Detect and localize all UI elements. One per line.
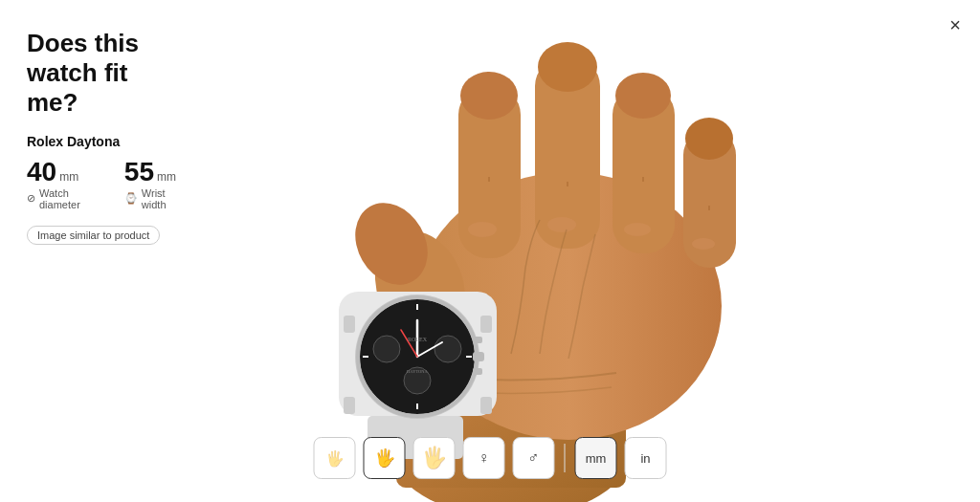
modal-title: Does this watch fit me? [27, 29, 184, 119]
svg-point-6 [460, 72, 518, 120]
svg-text:DAYTONA: DAYTONA [407, 369, 429, 374]
diameter-unit: mm [59, 170, 78, 184]
svg-point-8 [538, 42, 597, 92]
info-panel: Does this watch fit me? Rolex Daytona 40… [0, 0, 211, 264]
svg-rect-34 [473, 337, 482, 343]
svg-point-18 [547, 217, 576, 232]
svg-rect-35 [473, 368, 482, 375]
specs-row: 40 mm ⊘ Watch diameter 55 mm ⌚ Wrist wid… [27, 159, 184, 210]
svg-point-27 [373, 336, 400, 362]
diameter-spec: 40 mm ⊘ Watch diameter [27, 159, 101, 210]
svg-rect-37 [344, 397, 355, 414]
close-button[interactable]: × [949, 15, 961, 34]
large-wrist-button[interactable]: 🖐 [413, 437, 456, 479]
female-icon: ♀ [479, 449, 490, 467]
bottom-controls: 🖐 🖐 🖐 ♀ ♂ mm in [314, 437, 667, 479]
female-gender-button[interactable]: ♀ [463, 437, 505, 479]
large-hand-icon: 🖐 [421, 446, 447, 470]
svg-point-19 [624, 223, 651, 236]
small-wrist-button[interactable]: 🖐 [314, 437, 356, 479]
diameter-label: Watch diameter [39, 187, 101, 210]
svg-point-17 [468, 222, 497, 237]
wrist-spec: 55 mm ⌚ Wrist width [124, 159, 184, 210]
diameter-value: 40 [27, 159, 56, 186]
modal-container: × Does this watch fit me? Rolex Daytona … [0, 0, 980, 502]
svg-point-12 [685, 118, 733, 160]
medium-hand-icon: 🖐 [374, 447, 395, 469]
hand-illustration: ROLEX DAYTONA [186, 0, 980, 502]
wrist-label: Wrist width [142, 187, 184, 210]
svg-rect-39 [480, 397, 492, 414]
small-hand-icon: 🖐 [325, 449, 345, 468]
wrist-value: 55 [124, 159, 154, 186]
svg-rect-36 [344, 316, 355, 333]
mm-unit-button[interactable]: mm [575, 437, 617, 479]
image-badge: Image similar to product [27, 226, 160, 245]
watch-name: Rolex Daytona [27, 134, 184, 149]
svg-point-10 [615, 73, 671, 119]
male-gender-button[interactable]: ♂ [513, 437, 555, 479]
svg-text:ROLEX: ROLEX [408, 337, 428, 342]
unit-separator [565, 444, 566, 472]
mm-label: mm [586, 451, 607, 466]
svg-point-29 [434, 336, 461, 362]
svg-rect-33 [473, 352, 484, 361]
medium-wrist-button[interactable]: 🖐 [364, 437, 406, 479]
male-icon: ♂ [528, 449, 540, 467]
wrist-unit: mm [157, 170, 176, 184]
diameter-icon: ⊘ [27, 192, 35, 205]
in-unit-button[interactable]: in [625, 437, 667, 479]
wrist-icon: ⌚ [124, 192, 138, 205]
svg-point-20 [692, 238, 715, 250]
svg-rect-38 [480, 316, 492, 333]
in-label: in [640, 451, 650, 466]
